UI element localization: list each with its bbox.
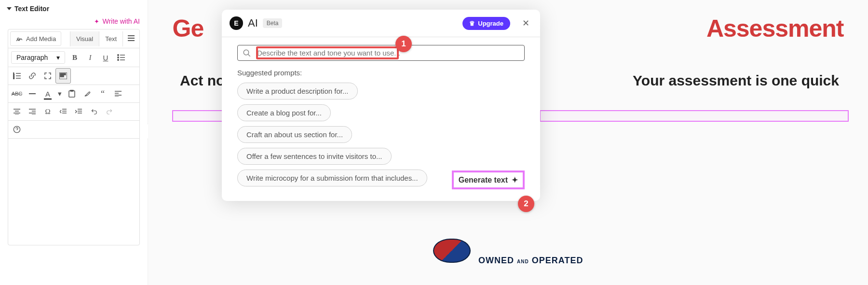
text-color-dropdown[interactable]: ▾ <box>55 86 64 101</box>
link-button[interactable] <box>25 68 40 84</box>
svg-rect-9 <box>62 73 64 75</box>
prompt-pill[interactable]: Write microcopy for a submission form th… <box>237 170 427 186</box>
ai-label: AI <box>248 17 258 29</box>
svg-point-16 <box>244 50 249 55</box>
generate-text-label: Generate text <box>459 176 508 185</box>
sparkles-icon: ✦ <box>512 175 518 185</box>
svg-text:3: 3 <box>13 77 14 79</box>
indent-button[interactable] <box>71 104 86 119</box>
upgrade-button[interactable]: ♛ Upgrade <box>462 17 510 30</box>
paste-button[interactable] <box>64 86 80 101</box>
prompt-pill[interactable]: Craft an about us section for... <box>237 126 352 143</box>
add-media-button[interactable]: Add Media <box>10 31 61 46</box>
horizontal-rule-button[interactable] <box>25 86 40 101</box>
search-icon <box>243 49 251 57</box>
tab-visual[interactable]: Visual <box>70 31 99 46</box>
write-with-ai-label: Write with AI <box>102 17 140 25</box>
suggested-prompts-title: Suggested prompts: <box>237 69 525 77</box>
chevron-down-icon: ▾ <box>56 54 60 61</box>
svg-point-3 <box>118 59 119 60</box>
subheading-right: Your assessment is one quick <box>633 72 839 89</box>
special-char-button[interactable]: Ω <box>40 104 55 119</box>
prompt-pill[interactable]: Write a product description for... <box>237 83 358 100</box>
prompt-search-field[interactable] <box>237 45 525 61</box>
callout-1: 1 <box>395 36 412 52</box>
sparkles-icon: ✦ <box>94 18 99 25</box>
editor-side-panel: Text Editor ✦ Write with AI Add Media Vi… <box>0 0 148 285</box>
flag-icon <box>433 239 471 263</box>
align-right-button[interactable] <box>25 104 40 119</box>
paragraph-label: Paragraph <box>16 54 48 61</box>
editor-content-area[interactable] <box>8 139 139 245</box>
caret-down-icon <box>7 7 12 10</box>
bold-button[interactable]: B <box>67 50 82 65</box>
prompt-pill[interactable]: Offer a few sentences to invite visitors… <box>237 148 392 165</box>
selected-element-outline-right[interactable] <box>540 110 849 122</box>
help-button[interactable] <box>9 122 25 137</box>
panel-title[interactable]: Text Editor <box>0 0 148 17</box>
align-center-button[interactable] <box>9 104 25 119</box>
editor-mode-tabs: Visual Text <box>70 31 139 46</box>
clear-formatting-button[interactable] <box>80 86 95 101</box>
toolbar-toggle-button[interactable] <box>55 68 71 84</box>
outdent-button[interactable] <box>55 104 71 119</box>
strikethrough-button[interactable]: ABC <box>9 86 25 101</box>
prompt-input[interactable] <box>256 48 519 57</box>
blockquote-button[interactable]: “ <box>95 86 110 101</box>
tab-text[interactable]: Text <box>99 31 122 46</box>
tab-more-icon[interactable] <box>122 31 139 46</box>
svg-point-1 <box>118 55 119 56</box>
callout-2: 2 <box>518 196 534 212</box>
generate-text-button[interactable]: Generate text ✦ <box>452 171 525 189</box>
svg-rect-12 <box>62 75 64 77</box>
paragraph-dropdown[interactable]: Paragraph ▾ <box>11 51 65 64</box>
add-media-label: Add Media <box>26 35 56 43</box>
upgrade-label: Upgrade <box>478 20 503 27</box>
svg-rect-8 <box>60 73 62 75</box>
fullscreen-button[interactable] <box>40 68 55 84</box>
undo-button[interactable] <box>86 104 102 119</box>
veteran-badge: OWNED AND OPERATED <box>431 239 585 266</box>
bullet-list-button[interactable] <box>113 50 129 65</box>
panel-title-label: Text Editor <box>14 5 49 13</box>
underline-button[interactable]: U <box>98 50 113 65</box>
text-editor-toolbar: Add Media Visual Text Paragraph ▾ B I U <box>8 29 140 245</box>
numbered-list-button[interactable]: 123 <box>9 68 25 84</box>
svg-rect-11 <box>60 75 62 77</box>
ai-modal: E AI Beta ♛ Upgrade ✕ Suggested prompts:… <box>222 10 540 201</box>
redo-button[interactable] <box>102 104 117 119</box>
beta-badge: Beta <box>263 18 283 28</box>
svg-point-2 <box>118 57 119 58</box>
svg-rect-10 <box>64 73 66 75</box>
prompt-pill[interactable]: Create a blog post for... <box>237 104 331 121</box>
svg-rect-14 <box>70 90 73 91</box>
ai-modal-header: E AI Beta ♛ Upgrade ✕ <box>222 10 540 37</box>
crown-icon: ♛ <box>469 20 475 27</box>
align-left-button[interactable] <box>110 86 126 101</box>
divider <box>222 37 540 37</box>
media-icon <box>15 35 23 43</box>
text-color-button[interactable]: A <box>40 86 55 101</box>
italic-button[interactable]: I <box>82 50 98 65</box>
write-with-ai-link[interactable]: ✦ Write with AI <box>0 17 148 25</box>
svg-rect-13 <box>69 91 75 97</box>
close-button[interactable]: ✕ <box>519 16 532 30</box>
badge-text: OWNED AND OPERATED <box>478 256 583 266</box>
elementor-logo-icon: E <box>230 16 243 30</box>
